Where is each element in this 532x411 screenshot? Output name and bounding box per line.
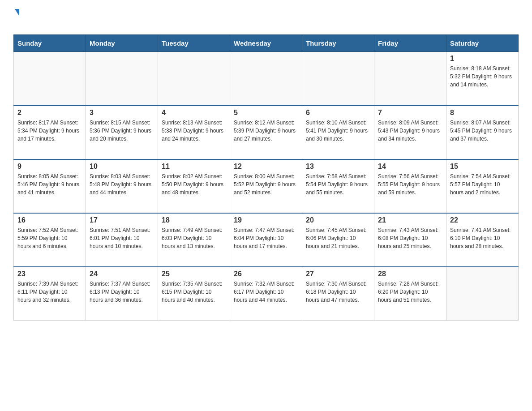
calendar-cell: 26Sunrise: 7:32 AM Sunset: 6:17 PM Dayli… [230, 267, 302, 321]
calendar-cell [302, 52, 374, 106]
weekday-header-saturday: Saturday [446, 35, 519, 52]
day-number: 1 [450, 55, 515, 63]
calendar-cell [446, 267, 519, 321]
logo [13, 9, 19, 30]
calendar-cell: 22Sunrise: 7:41 AM Sunset: 6:10 PM Dayli… [446, 213, 519, 267]
day-info: Sunrise: 8:00 AM Sunset: 5:52 PM Dayligh… [234, 172, 298, 197]
calendar-cell: 20Sunrise: 7:45 AM Sunset: 6:06 PM Dayli… [302, 213, 374, 267]
day-number: 17 [90, 216, 154, 224]
calendar-week-row: 2Sunrise: 8:17 AM Sunset: 5:34 PM Daylig… [14, 106, 519, 159]
calendar-week-row: 9Sunrise: 8:05 AM Sunset: 5:46 PM Daylig… [14, 159, 519, 213]
day-info: Sunrise: 7:49 AM Sunset: 6:03 PM Dayligh… [162, 226, 226, 250]
day-number: 11 [162, 163, 226, 171]
calendar-cell: 6Sunrise: 8:10 AM Sunset: 5:41 PM Daylig… [302, 106, 374, 159]
day-number: 15 [450, 163, 515, 171]
weekday-header-wednesday: Wednesday [230, 35, 302, 52]
day-number: 2 [17, 109, 82, 117]
calendar-cell: 27Sunrise: 7:30 AM Sunset: 6:18 PM Dayli… [302, 267, 374, 321]
day-info: Sunrise: 7:39 AM Sunset: 6:11 PM Dayligh… [17, 280, 82, 304]
calendar-cell: 28Sunrise: 7:28 AM Sunset: 6:20 PM Dayli… [374, 267, 446, 321]
weekday-header-thursday: Thursday [302, 35, 374, 52]
day-number: 13 [306, 163, 370, 171]
day-info: Sunrise: 7:30 AM Sunset: 6:18 PM Dayligh… [306, 280, 370, 304]
weekday-header-monday: Monday [86, 35, 158, 52]
day-number: 5 [234, 109, 298, 117]
day-number: 26 [234, 270, 298, 278]
day-number: 8 [450, 109, 515, 117]
day-info: Sunrise: 8:05 AM Sunset: 5:46 PM Dayligh… [17, 172, 82, 197]
calendar-week-row: 23Sunrise: 7:39 AM Sunset: 6:11 PM Dayli… [14, 267, 519, 321]
day-number: 27 [306, 270, 370, 278]
day-info: Sunrise: 7:47 AM Sunset: 6:04 PM Dayligh… [234, 226, 298, 250]
calendar-cell: 9Sunrise: 8:05 AM Sunset: 5:46 PM Daylig… [14, 159, 86, 213]
calendar-cell: 24Sunrise: 7:37 AM Sunset: 6:13 PM Dayli… [86, 267, 158, 321]
calendar-cell [374, 52, 446, 106]
calendar-cell: 8Sunrise: 8:07 AM Sunset: 5:45 PM Daylig… [446, 106, 519, 159]
weekday-header-tuesday: Tuesday [158, 35, 230, 52]
calendar-cell: 23Sunrise: 7:39 AM Sunset: 6:11 PM Dayli… [14, 267, 86, 321]
day-info: Sunrise: 7:41 AM Sunset: 6:10 PM Dayligh… [450, 226, 515, 250]
day-number: 22 [450, 216, 515, 224]
calendar-cell: 21Sunrise: 7:43 AM Sunset: 6:08 PM Dayli… [374, 213, 446, 267]
calendar-cell: 13Sunrise: 7:58 AM Sunset: 5:54 PM Dayli… [302, 159, 374, 213]
logo-arrow-icon [15, 9, 19, 16]
calendar-cell: 16Sunrise: 7:52 AM Sunset: 5:59 PM Dayli… [14, 213, 86, 267]
day-number: 4 [162, 109, 226, 117]
day-number: 10 [90, 163, 154, 171]
day-number: 14 [378, 163, 442, 171]
calendar-cell: 19Sunrise: 7:47 AM Sunset: 6:04 PM Dayli… [230, 213, 302, 267]
day-info: Sunrise: 7:32 AM Sunset: 6:17 PM Dayligh… [234, 280, 298, 304]
day-info: Sunrise: 8:07 AM Sunset: 5:45 PM Dayligh… [450, 119, 515, 143]
day-info: Sunrise: 8:12 AM Sunset: 5:39 PM Dayligh… [234, 119, 298, 143]
weekday-header-row: SundayMondayTuesdayWednesdayThursdayFrid… [14, 35, 519, 52]
calendar-cell: 17Sunrise: 7:51 AM Sunset: 6:01 PM Dayli… [86, 213, 158, 267]
day-info: Sunrise: 8:09 AM Sunset: 5:43 PM Dayligh… [378, 119, 442, 143]
day-info: Sunrise: 8:17 AM Sunset: 5:34 PM Dayligh… [17, 119, 82, 143]
day-info: Sunrise: 7:28 AM Sunset: 6:20 PM Dayligh… [378, 280, 442, 304]
calendar-week-row: 1Sunrise: 8:18 AM Sunset: 5:32 PM Daylig… [14, 52, 519, 106]
calendar-cell: 25Sunrise: 7:35 AM Sunset: 6:15 PM Dayli… [158, 267, 230, 321]
day-info: Sunrise: 7:58 AM Sunset: 5:54 PM Dayligh… [306, 172, 370, 197]
calendar-cell: 12Sunrise: 8:00 AM Sunset: 5:52 PM Dayli… [230, 159, 302, 213]
day-info: Sunrise: 8:13 AM Sunset: 5:38 PM Dayligh… [162, 119, 226, 143]
calendar-cell: 2Sunrise: 8:17 AM Sunset: 5:34 PM Daylig… [14, 106, 86, 159]
day-number: 20 [306, 216, 370, 224]
calendar-week-row: 16Sunrise: 7:52 AM Sunset: 5:59 PM Dayli… [14, 213, 519, 267]
weekday-header-sunday: Sunday [14, 35, 86, 52]
day-number: 16 [17, 216, 82, 224]
calendar-cell: 14Sunrise: 7:56 AM Sunset: 5:55 PM Dayli… [374, 159, 446, 213]
day-info: Sunrise: 7:52 AM Sunset: 5:59 PM Dayligh… [17, 226, 82, 250]
day-info: Sunrise: 7:43 AM Sunset: 6:08 PM Dayligh… [378, 226, 442, 250]
day-number: 12 [234, 163, 298, 171]
day-info: Sunrise: 8:02 AM Sunset: 5:50 PM Dayligh… [162, 172, 226, 197]
day-info: Sunrise: 7:37 AM Sunset: 6:13 PM Dayligh… [90, 280, 154, 304]
calendar-cell [230, 52, 302, 106]
calendar-cell: 3Sunrise: 8:15 AM Sunset: 5:36 PM Daylig… [86, 106, 158, 159]
calendar-cell: 7Sunrise: 8:09 AM Sunset: 5:43 PM Daylig… [374, 106, 446, 159]
day-info: Sunrise: 7:56 AM Sunset: 5:55 PM Dayligh… [378, 172, 442, 197]
weekday-header-friday: Friday [374, 35, 446, 52]
day-info: Sunrise: 8:18 AM Sunset: 5:32 PM Dayligh… [450, 64, 515, 89]
day-info: Sunrise: 8:15 AM Sunset: 5:36 PM Dayligh… [90, 119, 154, 143]
day-info: Sunrise: 7:51 AM Sunset: 6:01 PM Dayligh… [90, 226, 154, 250]
day-number: 21 [378, 216, 442, 224]
day-number: 6 [306, 109, 370, 117]
day-info: Sunrise: 7:45 AM Sunset: 6:06 PM Dayligh… [306, 226, 370, 250]
day-info: Sunrise: 8:10 AM Sunset: 5:41 PM Dayligh… [306, 119, 370, 143]
calendar-cell: 1Sunrise: 8:18 AM Sunset: 5:32 PM Daylig… [446, 52, 519, 106]
day-info: Sunrise: 7:54 AM Sunset: 5:57 PM Dayligh… [450, 172, 515, 197]
calendar-cell: 15Sunrise: 7:54 AM Sunset: 5:57 PM Dayli… [446, 159, 519, 213]
day-number: 3 [90, 109, 154, 117]
calendar-table: SundayMondayTuesdayWednesdayThursdayFrid… [13, 34, 519, 321]
calendar-cell: 18Sunrise: 7:49 AM Sunset: 6:03 PM Dayli… [158, 213, 230, 267]
calendar-cell: 4Sunrise: 8:13 AM Sunset: 5:38 PM Daylig… [158, 106, 230, 159]
day-number: 25 [162, 270, 226, 278]
calendar-cell [158, 52, 230, 106]
day-number: 18 [162, 216, 226, 224]
day-number: 7 [378, 109, 442, 117]
calendar-cell: 5Sunrise: 8:12 AM Sunset: 5:39 PM Daylig… [230, 106, 302, 159]
calendar-cell: 11Sunrise: 8:02 AM Sunset: 5:50 PM Dayli… [158, 159, 230, 213]
day-number: 24 [90, 270, 154, 278]
page-header [13, 9, 519, 30]
calendar-cell: 10Sunrise: 8:03 AM Sunset: 5:48 PM Dayli… [86, 159, 158, 213]
